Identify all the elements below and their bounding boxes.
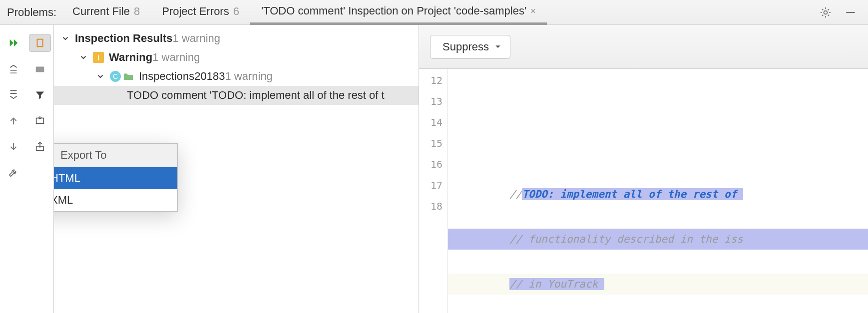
gutter: 12 13 14 15 16 17 18 [419, 69, 448, 313]
folder-icon [123, 72, 134, 81]
problems-toolbar: Problems: Current File 8 Project Errors … [0, 0, 868, 25]
issue-text: TODO comment 'TODO: implement all of the… [127, 89, 385, 102]
chevron-down-icon [494, 43, 502, 51]
file-label: Inspections20183 [139, 70, 225, 83]
tree-warning-node[interactable]: Warning 1 warning [54, 48, 419, 67]
code-editor[interactable]: 12 13 14 15 16 17 18 //TODO: implement a… [419, 69, 868, 313]
tab-current-file[interactable]: Current File 8 [61, 0, 151, 25]
chevron-down-icon[interactable] [96, 72, 105, 81]
tab-count: 6 [233, 5, 239, 18]
export-xml-item[interactable]: XML [54, 189, 177, 211]
collapse-all-icon[interactable] [2, 86, 24, 104]
wrench-icon[interactable] [2, 164, 24, 182]
svg-rect-3 [36, 66, 44, 72]
expand-all-icon[interactable] [2, 60, 24, 78]
gear-icon[interactable] [819, 6, 832, 19]
warning-label: Warning [109, 51, 152, 64]
close-icon[interactable]: × [530, 6, 536, 16]
suppress-bar: Suppress [419, 25, 868, 69]
warning-icon [93, 52, 104, 63]
chevron-down-icon[interactable] [61, 34, 70, 43]
tab-label: Project Errors [162, 5, 229, 18]
svg-point-0 [824, 10, 828, 14]
tab-label: 'TODO comment' Inspection on Project 'co… [261, 4, 526, 17]
tree-root[interactable]: Inspection Results 1 warning [54, 29, 419, 48]
code-body: //TODO: implement all of the rest of // … [448, 69, 868, 313]
file-count: 1 warning [225, 70, 272, 83]
suppress-label: Suppress [442, 40, 489, 53]
prev-icon[interactable] [2, 112, 24, 130]
inspection-toolbar [0, 25, 54, 313]
tab-project-errors[interactable]: Project Errors 6 [151, 0, 250, 25]
package-icon[interactable] [29, 60, 51, 78]
suppress-button[interactable]: Suppress [430, 35, 510, 59]
class-icon: C [110, 71, 121, 82]
tree-issue-item[interactable]: TODO comment 'TODO: implement all of the… [54, 86, 419, 105]
export-popup: Export To HTML XML [54, 143, 178, 212]
tab-count: 8 [134, 5, 140, 18]
highlight-icon[interactable] [29, 34, 51, 52]
popup-title: Export To [54, 144, 177, 167]
export-icon[interactable] [29, 138, 51, 156]
tree-root-label: Inspection Results [75, 32, 173, 45]
warning-count: 1 warning [152, 51, 200, 64]
minimize-icon[interactable] [844, 6, 857, 19]
next-icon[interactable] [2, 138, 24, 156]
tree-file-node[interactable]: C Inspections20183 1 warning [54, 67, 419, 86]
code-preview-panel: Suppress 12 13 14 15 16 17 18 //TODO: im… [419, 25, 868, 313]
tree-root-count: 1 warning [173, 32, 220, 45]
tab-label: Current File [72, 5, 130, 18]
show-in-frame-icon[interactable] [29, 112, 51, 130]
rerun-icon[interactable] [2, 34, 24, 52]
inspection-tree: Inspection Results 1 warning Warning 1 w… [54, 25, 419, 313]
tab-inspection-results[interactable]: 'TODO comment' Inspection on Project 'co… [250, 0, 547, 25]
problems-label: Problems: [0, 6, 61, 19]
filter-icon[interactable] [29, 86, 51, 104]
svg-rect-2 [37, 39, 43, 47]
export-html-item[interactable]: HTML [54, 167, 177, 189]
chevron-down-icon[interactable] [79, 53, 88, 62]
